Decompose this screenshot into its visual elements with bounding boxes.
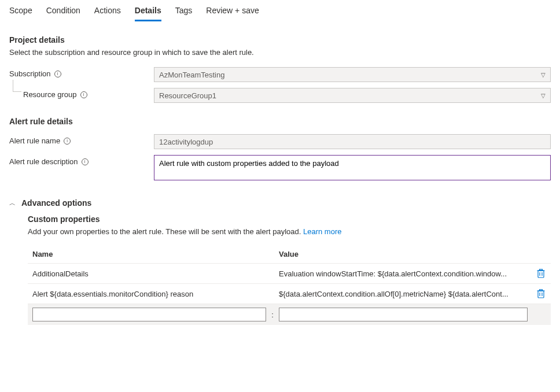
project-details-description: Select the subscription and resource gro… — [9, 48, 551, 57]
new-property-name-input[interactable] — [32, 308, 266, 321]
resource-group-select[interactable]: ResourceGroup1 ▽ — [154, 88, 551, 103]
project-details-heading: Project details — [9, 35, 551, 45]
advanced-options-toggle[interactable]: ︿ Advanced options — [9, 198, 551, 208]
info-icon[interactable]: i — [82, 158, 89, 165]
property-value: Evaluation windowStartTime: ${data.alert… — [277, 269, 531, 278]
subscription-label-text: Subscription — [9, 69, 51, 78]
custom-properties-heading: Custom properties — [28, 215, 551, 224]
property-value: ${data.alertContext.condition.allOf[0].m… — [277, 290, 531, 298]
new-property-value-input[interactable] — [279, 308, 528, 321]
custom-properties-header: Name Value — [28, 245, 551, 264]
advanced-options-label: Advanced options — [21, 198, 91, 208]
resource-group-value: ResourceGroup1 — [159, 91, 216, 100]
resource-group-label-text: Resource group — [23, 90, 77, 99]
property-name: Alert ${data.essentials.monitorCondition… — [28, 290, 277, 298]
chevron-down-icon: ▽ — [541, 72, 546, 78]
column-header-name: Name — [28, 250, 277, 258]
custom-properties-table: Name Value AdditionalDetails Evaluation … — [28, 245, 551, 325]
tab-scope[interactable]: Scope — [9, 3, 32, 21]
subscription-select[interactable]: AzMonTeamTesting ▽ — [154, 67, 551, 82]
colon-separator: : — [270, 310, 275, 319]
delete-icon[interactable] — [537, 269, 545, 278]
alert-rule-description-label: Alert rule description i — [9, 155, 154, 166]
chevron-up-icon: ︿ — [9, 199, 16, 208]
table-row: Alert ${data.essentials.monitorCondition… — [28, 284, 551, 304]
tab-review-save[interactable]: Review + save — [206, 3, 259, 21]
svg-rect-0 — [538, 271, 544, 278]
tab-details[interactable]: Details — [135, 3, 161, 21]
resource-group-label: Resource group i — [9, 88, 154, 99]
tab-bar: Scope Condition Actions Details Tags Rev… — [0, 0, 560, 21]
custom-properties-desc-text: Add your own properties to the alert rul… — [28, 227, 303, 236]
chevron-down-icon: ▽ — [541, 93, 546, 99]
alert-rule-name-label: Alert rule name i — [9, 134, 154, 145]
subscription-value: AzMonTeamTesting — [159, 71, 224, 79]
column-header-value: Value — [277, 250, 531, 258]
alert-rule-description-label-text: Alert rule description — [9, 157, 78, 166]
tab-condition[interactable]: Condition — [46, 3, 80, 21]
learn-more-link[interactable]: Learn more — [303, 227, 341, 236]
delete-icon[interactable] — [537, 289, 545, 298]
new-property-row: : — [28, 304, 551, 325]
subscription-label: Subscription i — [9, 67, 154, 78]
alert-rule-description-input[interactable] — [154, 155, 551, 180]
alert-rule-name-label-text: Alert rule name — [9, 136, 60, 145]
alert-rule-details-heading: Alert rule details — [9, 117, 551, 126]
alert-rule-name-value: 12activitylogdup — [159, 138, 213, 146]
info-icon[interactable]: i — [64, 138, 71, 145]
svg-rect-5 — [538, 291, 544, 298]
property-name: AdditionalDetails — [28, 269, 277, 278]
tab-actions[interactable]: Actions — [94, 3, 121, 21]
tab-tags[interactable]: Tags — [175, 3, 193, 21]
info-icon[interactable]: i — [54, 71, 61, 77]
alert-rule-name-input[interactable]: 12activitylogdup — [154, 134, 551, 149]
table-row: AdditionalDetails Evaluation windowStart… — [28, 264, 551, 284]
info-icon[interactable]: i — [80, 91, 87, 98]
custom-properties-description: Add your own properties to the alert rul… — [28, 227, 551, 236]
